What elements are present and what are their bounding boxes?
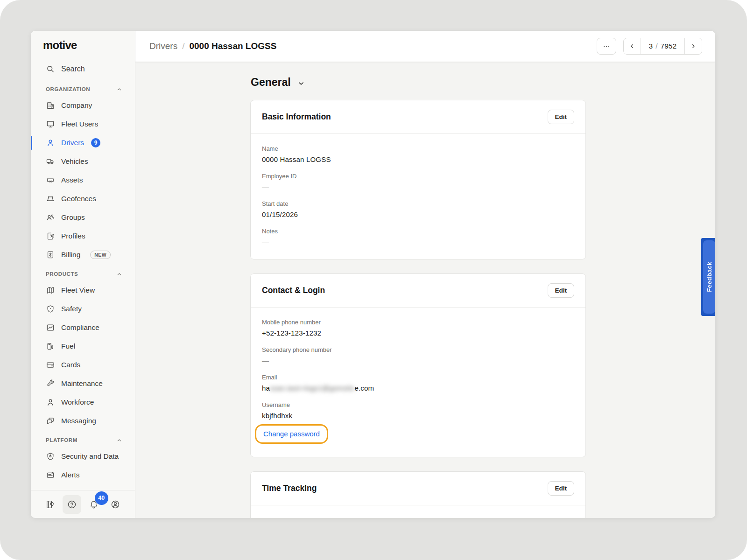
- sidebar-item-alerts[interactable]: Alerts: [31, 466, 135, 484]
- groups-icon: [46, 213, 55, 222]
- email-visible-prefix: ha: [262, 384, 270, 392]
- breadcrumb-current: 0000 Hassan LOGSS: [189, 41, 276, 51]
- pager-count: 3 / 7952: [641, 38, 685, 54]
- sidebar-footer: 40: [31, 490, 135, 518]
- sidebar-item-compliance[interactable]: Compliance: [31, 318, 135, 337]
- chevron-down-icon: [297, 79, 305, 88]
- sidebar-section-organization[interactable]: ORGANIZATION: [31, 79, 135, 96]
- sidebar-item-messaging[interactable]: Messaging: [31, 412, 135, 430]
- sidebar-item-safety[interactable]: Safety: [31, 300, 135, 318]
- sidebar-item-search[interactable]: Search: [31, 59, 135, 79]
- sidebar: motive Search ORGANIZATIONCompanyFleet U…: [31, 31, 135, 518]
- sidebar-item-geofences[interactable]: Geofences: [31, 189, 135, 208]
- field-label: Employee ID: [262, 173, 574, 180]
- company-icon: [46, 101, 55, 110]
- sidebar-item-fleet-view[interactable]: Fleet View: [31, 281, 135, 300]
- sidebar-item-workforce[interactable]: Workforce: [31, 393, 135, 412]
- email-visible-suffix: e.com: [354, 384, 374, 392]
- sidebar-item-assets[interactable]: Assets: [31, 171, 135, 189]
- security-icon: [46, 452, 55, 461]
- general-section-toggle[interactable]: General: [251, 76, 586, 89]
- app-window: motive Search ORGANIZATIONCompanyFleet U…: [31, 31, 715, 518]
- field-label: Email: [262, 374, 574, 381]
- field-employee-id: Employee ID—: [262, 173, 574, 191]
- sidebar-item-label: Drivers: [61, 139, 84, 147]
- sidebar-section-label: PLATFORM: [46, 437, 78, 443]
- feedback-tab[interactable]: Feedback: [701, 238, 715, 316]
- drivers-count-badge: 9: [91, 138, 100, 147]
- field-value: —: [262, 238, 574, 246]
- vehicles-icon: [46, 157, 55, 166]
- sidebar-item-cards[interactable]: Cards: [31, 356, 135, 374]
- record-pager: 3 / 7952: [623, 38, 702, 55]
- sidebar-section-products[interactable]: PRODUCTS: [31, 264, 135, 281]
- more-options-button[interactable]: [597, 38, 616, 55]
- sidebar-section-platform[interactable]: PLATFORM: [31, 430, 135, 447]
- sidebar-item-vehicles[interactable]: Vehicles: [31, 152, 135, 171]
- edit-time-tracking-button[interactable]: Edit: [548, 481, 575, 496]
- notifications-button[interactable]: 40: [85, 495, 103, 514]
- sidebar-item-drivers[interactable]: Drivers9: [31, 133, 135, 152]
- sidebar-item-label: Messaging: [61, 417, 96, 425]
- sidebar-item-label: Fleet Users: [61, 120, 98, 128]
- sidebar-item-profiles[interactable]: Profiles: [31, 227, 135, 245]
- field-notes: Notes—: [262, 228, 574, 246]
- maintenance-icon: [46, 379, 55, 388]
- sidebar-item-label: Profiles: [61, 232, 85, 240]
- assets-icon: [46, 175, 55, 185]
- sidebar-item-label: Workforce: [61, 398, 94, 406]
- field-label: Secondary phone number: [262, 346, 574, 353]
- breadcrumb-separator: /: [182, 41, 184, 51]
- chevron-left-icon: [628, 42, 636, 50]
- field-value: —: [262, 183, 574, 191]
- help-icon: [67, 499, 77, 510]
- field-email: Emailhassan.tasir+logs1@gomotive.com: [262, 374, 574, 392]
- prev-record-button[interactable]: [624, 38, 641, 54]
- sidebar-item-security-and-data[interactable]: Security and Data: [31, 447, 135, 466]
- change-password-highlight: Change password: [255, 424, 328, 444]
- field-name: Name0000 Hassan LOGSS: [262, 145, 574, 163]
- motive-logo-text: motive: [43, 39, 77, 51]
- sidebar-item-label: Company: [61, 101, 92, 110]
- ellipsis-icon: [602, 42, 611, 50]
- sidebar-item-label: Cards: [61, 361, 80, 369]
- fleet-view-icon: [46, 286, 55, 295]
- profiles-icon: [46, 231, 55, 241]
- fuel-icon: [46, 342, 55, 351]
- field-value: 01/15/2026: [262, 210, 574, 218]
- next-record-button[interactable]: [685, 38, 702, 54]
- chevron-up-icon: [116, 86, 123, 93]
- field-value: +52-123-123-1232: [262, 329, 574, 337]
- account-button[interactable]: [106, 495, 125, 514]
- field-value: hassan.tasir+logs1@gomotive.com: [262, 384, 574, 392]
- edit-contact-login-button[interactable]: Edit: [548, 283, 575, 298]
- safety-icon: [46, 304, 55, 314]
- motive-logo: motive: [31, 31, 135, 57]
- help-button[interactable]: [63, 495, 81, 514]
- workforce-icon: [46, 398, 55, 407]
- change-password-link[interactable]: Change password: [263, 430, 320, 438]
- screenshot-stage: motive Search ORGANIZATIONCompanyFleet U…: [0, 0, 747, 560]
- sidebar-item-label: Fleet View: [61, 286, 95, 294]
- edit-basic-information-button[interactable]: Edit: [548, 110, 575, 124]
- fleet-users-icon: [46, 119, 55, 129]
- search-icon: [46, 64, 55, 74]
- messaging-icon: [46, 416, 55, 426]
- sidebar-nav: Search ORGANIZATIONCompanyFleet UsersDri…: [31, 57, 135, 490]
- directory-button[interactable]: [41, 495, 60, 514]
- sidebar-item-maintenance[interactable]: Maintenance: [31, 374, 135, 393]
- sidebar-item-billing[interactable]: BillingNEW: [31, 245, 135, 264]
- email-blurred-segment: ssan.tasir+logs1@gomotiv: [270, 384, 354, 392]
- sidebar-item-label: Search: [61, 65, 85, 73]
- sidebar-item-company[interactable]: Company: [31, 96, 135, 115]
- sidebar-item-fuel[interactable]: Fuel: [31, 337, 135, 356]
- field-username: Usernamekbjfhdhxk: [262, 401, 574, 420]
- field-label: Name: [262, 145, 574, 152]
- sidebar-item-fleet-users[interactable]: Fleet Users: [31, 115, 135, 133]
- breadcrumb-drivers-link[interactable]: Drivers: [149, 41, 177, 51]
- topbar: Drivers / 0000 Hassan LOGSS 3 /: [135, 31, 715, 62]
- content-area: General Basic Information Edit Name0000 …: [135, 62, 715, 518]
- sidebar-item-groups[interactable]: Groups: [31, 208, 135, 227]
- sidebar-section-label: ORGANIZATION: [46, 86, 90, 92]
- field-value: 0000 Hassan LOGSS: [262, 155, 574, 163]
